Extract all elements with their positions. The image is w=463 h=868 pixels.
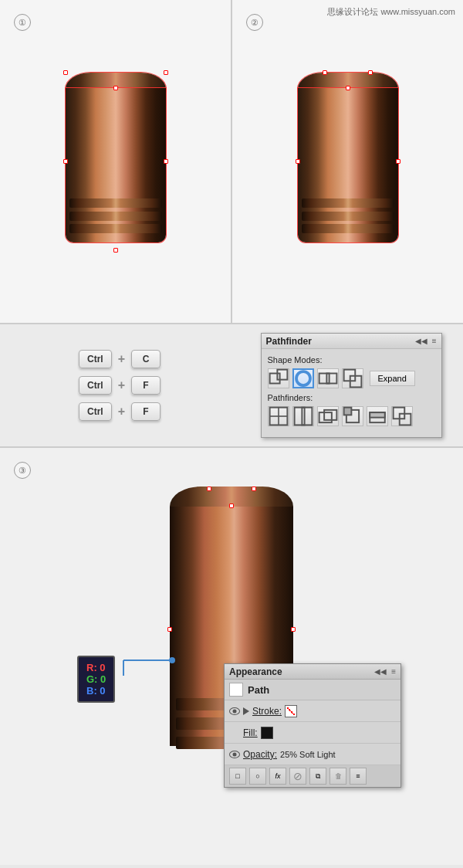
app-delete-btn[interactable]: 🗑 — [330, 768, 346, 785]
appearance-title: Appearance — [229, 666, 282, 677]
s3-anchor-mr — [291, 627, 296, 632]
pathfinder-body: Shape Modes: — [262, 349, 441, 437]
plus-1: + — [118, 352, 125, 366]
top-row: ① ② — [0, 0, 463, 324]
outline-button[interactable] — [367, 406, 388, 426]
appearance-collapse[interactable]: ◀◀ — [374, 667, 387, 676]
anchor-mr — [164, 159, 168, 164]
appearance-path-row: Path — [225, 680, 400, 700]
step2-ring3 — [302, 224, 394, 233]
stroke-expand-icon[interactable] — [243, 707, 249, 715]
middle-row: Ctrl + C Ctrl + F Ctrl + F Pathfinder ◀◀… — [0, 324, 463, 448]
merge-button[interactable] — [317, 406, 339, 426]
step1-cylinder-container — [66, 73, 166, 250]
pathfinder-controls: ◀◀ ≡ — [415, 337, 437, 345]
appearance-opacity-row: Opacity: 25% Soft Light — [225, 744, 400, 765]
key-combo-2: Ctrl + F — [79, 376, 161, 395]
svg-rect-4 — [319, 374, 329, 384]
ctrl-key-1[interactable]: Ctrl — [79, 350, 112, 368]
keyboard-section: Ctrl + C Ctrl + F Ctrl + F — [0, 342, 239, 429]
pathfinders-label: Pathfinders: — [268, 393, 435, 402]
f-key-1[interactable]: F — [131, 376, 161, 395]
crop-button[interactable] — [342, 406, 363, 426]
watermark-text: 思缘设计论坛 www.missyuan.com — [327, 6, 455, 18]
s2-anchor-tc — [346, 86, 350, 90]
step3-container: ③ R: 0 G: 0 B: 0 — [0, 448, 463, 865]
app-square-btn[interactable]: □ — [229, 768, 246, 785]
plus-2: + — [118, 378, 125, 392]
anchor-tc — [113, 86, 118, 90]
app-cancel-btn[interactable]: ⊘ — [289, 768, 306, 785]
plus-3: + — [118, 405, 125, 419]
s3-anchor-tr — [252, 487, 256, 491]
s3-anchor-tl — [207, 487, 211, 491]
pathfinder-panel: Pathfinder ◀◀ ≡ Shape Modes: — [261, 333, 442, 438]
intersect-button[interactable] — [317, 368, 339, 388]
trim-button[interactable] — [292, 406, 314, 426]
key-combo-3: Ctrl + F — [79, 402, 161, 421]
opacity-label[interactable]: Opacity: — [243, 749, 277, 760]
pathfinders-row — [268, 406, 435, 426]
svg-rect-0 — [269, 374, 279, 384]
step1-ring3 — [69, 224, 162, 233]
exclude-button[interactable] — [342, 368, 363, 388]
c-key[interactable]: C — [131, 350, 161, 368]
step2-number: ② — [246, 14, 263, 31]
step1-panel: ① — [0, 0, 232, 323]
step2-cylinder — [298, 73, 398, 250]
step2-cylinder-container — [298, 73, 398, 250]
step2-panel: ② — [232, 0, 463, 323]
expand-button[interactable]: Expand — [370, 371, 415, 386]
unite-button[interactable] — [268, 368, 289, 388]
s3-anchor-ml — [167, 627, 172, 632]
shape-modes-label: Shape Modes: — [268, 355, 435, 364]
rgb-r-value: R: 0 — [86, 662, 106, 673]
app-more-btn[interactable]: ≡ — [350, 768, 367, 785]
ctrl-key-3[interactable]: Ctrl — [79, 402, 112, 421]
shape-modes-row: Expand — [268, 368, 435, 388]
stroke-visibility-icon[interactable] — [229, 707, 240, 715]
anchor-tr — [164, 70, 168, 75]
appearance-menu[interactable]: ≡ — [391, 667, 396, 676]
svg-rect-13 — [319, 412, 331, 422]
svg-rect-18 — [370, 412, 385, 418]
appearance-controls: ◀◀ ≡ — [374, 667, 396, 676]
s2-anchor-ml — [296, 159, 300, 164]
divide-button[interactable] — [268, 406, 289, 426]
pathfinder-menu[interactable]: ≡ — [432, 337, 437, 345]
appearance-fill-row: Fill: — [225, 722, 400, 744]
pathfinder-titlebar[interactable]: Pathfinder ◀◀ ≡ — [262, 334, 441, 349]
step1-cylinder — [66, 73, 166, 250]
fill-swatch[interactable] — [261, 727, 273, 739]
eye-pupil — [233, 709, 237, 713]
f-key-2[interactable]: F — [131, 402, 161, 421]
pathfinder-collapse[interactable]: ◀◀ — [415, 337, 428, 345]
appearance-stroke-row: Stroke: — [225, 700, 400, 722]
minus-back-button[interactable] — [391, 406, 413, 426]
minus-front-button[interactable] — [292, 368, 314, 388]
ctrl-key-2[interactable]: Ctrl — [79, 376, 112, 395]
s2-anchor-tr — [368, 70, 373, 75]
step1-number: ① — [14, 14, 31, 31]
svg-rect-16 — [343, 408, 351, 415]
app-circle-btn[interactable]: ○ — [249, 768, 266, 785]
appearance-path-label: Path — [248, 684, 269, 696]
pathfinder-title: Pathfinder — [266, 336, 312, 347]
rgb-b-value: B: 0 — [86, 685, 106, 697]
svg-rect-14 — [324, 410, 336, 420]
anchor-tl — [63, 70, 68, 75]
svg-rect-5 — [326, 374, 336, 384]
app-copy-btn[interactable]: ⧉ — [309, 768, 326, 785]
stroke-swatch[interactable] — [285, 705, 297, 717]
path-icon-box — [229, 683, 243, 697]
pathfinder-section: Pathfinder ◀◀ ≡ Shape Modes: — [239, 333, 463, 438]
app-fx-btn[interactable]: fx — [269, 768, 286, 785]
fill-label[interactable]: Fill: — [243, 727, 258, 738]
appearance-toolbar: □ ○ fx ⊘ ⧉ 🗑 ≡ — [225, 765, 400, 787]
svg-point-3 — [296, 371, 310, 385]
opacity-visibility-icon[interactable] — [229, 751, 240, 758]
appearance-titlebar[interactable]: Appearance ◀◀ ≡ — [225, 664, 400, 680]
step2-ring1 — [302, 198, 394, 208]
opacity-value: 25% Soft Light — [280, 750, 336, 759]
stroke-label[interactable]: Stroke: — [252, 706, 282, 717]
